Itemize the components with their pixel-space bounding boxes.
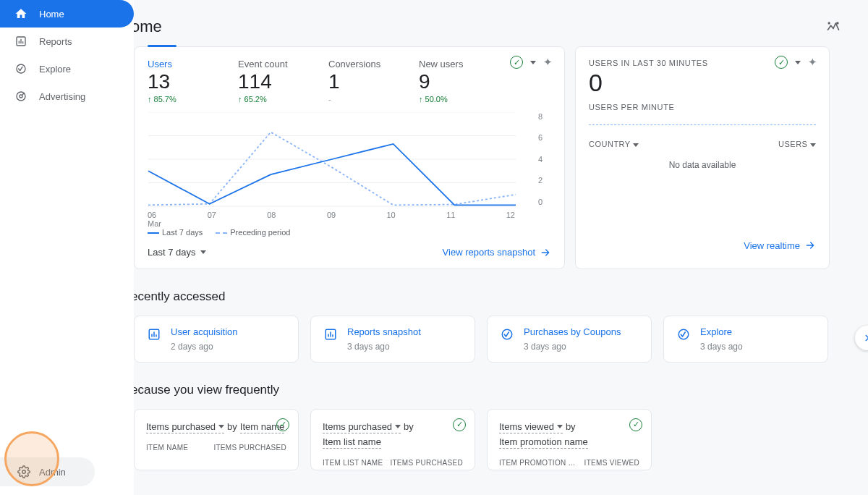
sparkle-icon[interactable]: ✦ — [808, 56, 817, 69]
freq-col1: ITEM PROMOTION … — [499, 459, 576, 467]
recent-card[interactable]: Reports snapshot3 days ago — [310, 316, 475, 363]
metric-dropdown[interactable]: Items purchased — [323, 421, 401, 433]
freq-card-title: Items viewed by Item promotion name — [499, 421, 639, 449]
freq-card[interactable]: ✓Items purchased by Item nameITEM NAMEIT… — [134, 409, 299, 470]
rt-no-data: No data available — [589, 160, 816, 170]
dimension-dropdown[interactable]: Item list name — [323, 436, 381, 449]
recent-card-sub: 2 days ago — [171, 342, 238, 352]
metric-users[interactable]: Users 13 ↑ 85.7% — [148, 59, 238, 103]
rt-sparkline — [589, 124, 816, 125]
check-icon[interactable]: ✓ — [510, 56, 523, 69]
freq-col2: ITEMS PURCHASED — [390, 459, 463, 467]
page-title: ome — [134, 0, 868, 46]
recent-card-title: Reports snapshot — [347, 326, 421, 337]
recent-card-title: Explore — [700, 326, 743, 337]
metric-dropdown[interactable]: Items purchased — [146, 421, 224, 433]
line-chart-svg — [148, 112, 525, 213]
check-icon: ✓ — [276, 418, 289, 431]
metric-new-users[interactable]: New users 9 ↑ 50.0% — [419, 59, 509, 103]
freq-card-title: Items purchased by Item list name — [323, 421, 463, 449]
freq-card[interactable]: ✓Items purchased by Item list nameITEM L… — [310, 409, 475, 470]
sidebar-item-explore[interactable]: Explore — [0, 55, 134, 82]
metric-event-count[interactable]: Event count 114 ↑ 65.2% — [238, 59, 328, 103]
check-icon: ✓ — [629, 418, 642, 431]
sidebar-label: Explore — [39, 64, 71, 75]
admin-button[interactable]: Admin — [0, 457, 95, 486]
sidebar-item-home[interactable]: Home — [0, 0, 134, 28]
frequently-viewed-row: ✓Items purchased by Item nameITEM NAMEIT… — [134, 409, 868, 470]
dimension-dropdown[interactable]: Item promotion name — [499, 436, 588, 449]
explore-icon — [676, 326, 692, 342]
trend-chart: 8 6 4 2 0 06 07 08 09 10 11 12 Mar — [148, 112, 551, 221]
bar-chart-icon — [14, 35, 27, 48]
rt-users-value: 0 — [589, 69, 816, 97]
recent-card-sub: 3 days ago — [524, 342, 621, 352]
frequently-viewed-heading: ecause you view frequently — [134, 383, 868, 397]
carousel-next-button[interactable] — [855, 326, 868, 350]
rt-col-country[interactable]: COUNTRY — [589, 140, 639, 148]
view-reports-snapshot-link[interactable]: View reports snapshot — [443, 247, 551, 258]
svg-point-3 — [20, 95, 22, 98]
recent-card-title: Purchases by Coupons — [524, 326, 621, 337]
recent-card-sub: 3 days ago — [347, 342, 421, 352]
realtime-card: ✓ ✦ USERS IN LAST 30 MINUTES 0 USERS PER… — [575, 46, 830, 269]
admin-area: Admin — [0, 449, 134, 495]
metric-conversions[interactable]: Conversions 1 - — [328, 59, 419, 103]
insights-icon[interactable] — [826, 20, 841, 34]
freq-col2: ITEMS VIEWED — [584, 459, 639, 467]
bar-chart-icon — [146, 326, 162, 342]
chevron-down-icon[interactable] — [795, 61, 801, 64]
sidebar-item-advertising[interactable]: Advertising — [0, 82, 134, 110]
rt-perminute-label: USERS PER MINUTE — [589, 103, 816, 111]
advertising-icon — [14, 90, 27, 103]
overview-card: ✓ ✦ Users 13 ↑ 85.7% Event count 114 ↑ 6… — [134, 46, 565, 269]
svg-point-4 — [22, 470, 26, 474]
chart-legend: Last 7 days Preceding period — [148, 228, 551, 237]
explore-icon — [499, 326, 515, 342]
recently-accessed-heading: ecently accessed — [134, 289, 868, 304]
admin-label: Admin — [39, 467, 66, 478]
main-content: ome ✓ ✦ Users 13 ↑ 85.7% Event count 114… — [134, 0, 868, 495]
freq-col1: ITEM LIST NAME — [323, 459, 383, 467]
x-axis-labels: 06 07 08 09 10 11 12 — [148, 211, 515, 219]
rt-col-users[interactable]: USERS — [778, 140, 816, 148]
sparkle-icon[interactable]: ✦ — [543, 56, 553, 69]
sidebar-label: Advertising — [39, 91, 85, 102]
svg-point-6 — [828, 22, 830, 24]
freq-card-title: Items purchased by Item name — [146, 421, 284, 433]
recent-card[interactable]: User acquisition2 days ago — [134, 316, 299, 363]
freq-col2: ITEMS PURCHASED — [213, 444, 286, 452]
view-realtime-link[interactable]: View realtime — [744, 240, 816, 251]
recent-card[interactable]: Purchases by Coupons3 days ago — [487, 316, 652, 363]
sidebar: Home Reports Explore Advertising — [0, 0, 134, 495]
x-axis-sublabel: Mar — [148, 219, 551, 228]
active-tab-indicator — [148, 45, 176, 47]
gear-icon — [17, 465, 30, 478]
check-icon: ✓ — [453, 418, 466, 431]
date-range-picker[interactable]: Last 7 days — [148, 247, 206, 258]
sidebar-label: Reports — [39, 36, 72, 47]
metric-dropdown[interactable]: Items viewed — [499, 421, 563, 433]
chevron-down-icon[interactable] — [530, 61, 536, 64]
recent-card-title: User acquisition — [171, 326, 238, 337]
svg-point-5 — [837, 22, 838, 24]
bar-chart-icon — [323, 326, 339, 342]
sidebar-item-reports[interactable]: Reports — [0, 28, 134, 55]
explore-icon — [14, 62, 27, 75]
recent-card[interactable]: Explore3 days ago — [663, 316, 828, 363]
recent-card-sub: 3 days ago — [700, 342, 743, 352]
y-axis-labels: 8 6 4 2 0 — [538, 112, 551, 206]
check-icon[interactable]: ✓ — [775, 56, 788, 69]
sidebar-label: Home — [39, 9, 64, 20]
home-icon — [14, 7, 27, 20]
freq-col1: ITEM NAME — [146, 444, 188, 452]
freq-card[interactable]: ✓Items viewed by Item promotion nameITEM… — [487, 409, 652, 470]
recently-accessed-row: User acquisition2 days agoReports snapsh… — [134, 316, 868, 363]
